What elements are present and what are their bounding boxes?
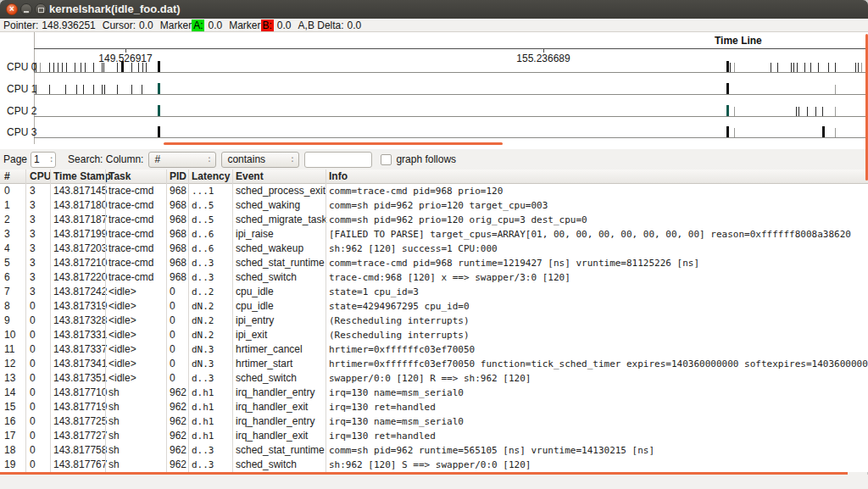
table-cell: <idle> xyxy=(108,314,136,326)
table-row[interactable]: 03143.817145trace-cmd968...1sched_proces… xyxy=(0,184,868,198)
table-cell: sh xyxy=(108,386,120,398)
table-row[interactable]: 160143.817725sh962d.h1irq_handler_entryi… xyxy=(0,414,868,429)
event-tick xyxy=(797,63,798,72)
spinner-icon[interactable]: ∶ xyxy=(50,155,53,164)
table-row[interactable]: 63143.817220trace-cmd968d..3sched_switch… xyxy=(0,270,868,285)
event-tick xyxy=(142,85,142,94)
table-cell: 14 xyxy=(4,386,15,398)
cpu1-label: CPU 1 xyxy=(7,83,36,95)
table-cell: d..3 xyxy=(192,445,214,456)
table-row[interactable]: 23143.817187trace-cmd968d..5sched_migrat… xyxy=(0,213,868,227)
combo-arrow-icon: ∶ xyxy=(292,155,294,164)
graph-horizontal-scrollbar[interactable] xyxy=(164,142,503,145)
event-tick xyxy=(103,63,104,72)
kernelshark-window: × kernelshark(idle_foo.dat) Pointer: 148… xyxy=(0,0,868,489)
event-tick xyxy=(730,63,731,72)
table-cell: 143.817199 xyxy=(53,228,107,240)
table-row[interactable]: 53143.817210trace-cmd968d..3sched_stat_r… xyxy=(0,256,868,270)
table-row[interactable]: 180143.817758sh962d..3sched_stat_runtime… xyxy=(0,443,868,458)
page-spinbox[interactable]: 1 ∶ xyxy=(31,152,56,168)
cpu3-track[interactable] xyxy=(0,125,868,138)
table-cell: 143.817180 xyxy=(53,199,107,211)
table-header[interactable]: # CPU Time Stamp Task PID Latency Event … xyxy=(0,169,868,184)
table-cell: <idle> xyxy=(108,286,136,297)
event-tick xyxy=(804,63,805,72)
column-select[interactable]: # ∶ xyxy=(148,152,216,168)
table-row[interactable]: 43143.817203trace-cmd968d..6sched_wakeup… xyxy=(0,242,868,256)
cursor-label: Cursor: xyxy=(103,19,136,31)
col-header-info[interactable]: Info xyxy=(329,170,348,182)
table-cell: 0 xyxy=(170,314,175,326)
table-cell: <idle> xyxy=(108,372,136,384)
event-tick xyxy=(858,63,859,72)
table-row[interactable]: 130143.817351<idle>0d..3sched_switchswap… xyxy=(0,371,868,386)
minimize-icon xyxy=(24,11,29,13)
minimize-button[interactable] xyxy=(20,3,32,15)
table-row[interactable]: 170143.817727sh962d.h1irq_handler_exitir… xyxy=(0,429,868,443)
match-select[interactable]: contains ∶ xyxy=(221,152,299,168)
table-cell: hrtimer=0xffffffc03ef70050 xyxy=(329,344,475,355)
col-header-num[interactable]: # xyxy=(4,170,10,182)
table-cell: 6 xyxy=(4,271,10,283)
table-cell: 962 xyxy=(170,401,186,413)
table-cell: sched_wakeup xyxy=(236,242,303,254)
table-cell: 0 xyxy=(170,358,175,370)
maximize-button[interactable] xyxy=(35,3,47,15)
table-cell: 0 xyxy=(170,372,175,384)
title-bar[interactable]: × kernelshark(idle_foo.dat) xyxy=(0,0,868,19)
table-cell: hrtimer=0xffffffc03ef70050 function=tick… xyxy=(329,358,868,370)
table-cell: comm=trace-cmd pid=968 prio=120 xyxy=(329,186,503,197)
event-tick xyxy=(822,107,823,116)
col-header-event[interactable]: Event xyxy=(236,170,264,182)
event-table[interactable]: 03143.817145trace-cmd968...1sched_proces… xyxy=(0,184,868,472)
table-row[interactable]: 110143.817337<idle>0dN.3hrtimer_cancelhr… xyxy=(0,342,868,357)
table-cell: irq_handler_exit xyxy=(236,430,308,442)
table-cell: trace-cmd:968 [120] x ==> swapper/3:0 [1… xyxy=(329,272,570,283)
table-cell: irq_handler_exit xyxy=(236,401,308,413)
table-row[interactable]: 90143.817328<idle>0dN.2ipi_entry(Resched… xyxy=(0,314,868,328)
col-header-latency[interactable]: Latency xyxy=(192,170,230,182)
table-cell: 143.817145 xyxy=(53,185,107,197)
table-row[interactable]: 120143.817341<idle>0dN.3hrtimer_starthrt… xyxy=(0,357,868,371)
table-cell: hrtimer_cancel xyxy=(236,343,303,355)
table-row[interactable]: 140143.817710sh962d.h1irq_handler_entryi… xyxy=(0,386,868,400)
search-input[interactable] xyxy=(304,152,372,168)
cpu2-track[interactable] xyxy=(0,104,868,117)
table-cell: 143.817328 xyxy=(53,314,107,326)
table-cell: sched_switch xyxy=(236,458,297,470)
event-tick xyxy=(835,63,836,72)
col-header-timestamp[interactable]: Time Stamp xyxy=(53,170,111,182)
table-cell: irq=130 name=msm_serial0 xyxy=(329,416,464,427)
table-cell: 0 xyxy=(30,444,36,456)
col-header-cpu[interactable]: CPU xyxy=(30,170,51,182)
cpu0-track[interactable] xyxy=(0,60,868,73)
cpu3-baseline xyxy=(34,137,868,138)
table-row[interactable]: 190143.817767sh962d..3sched_switchsh:962… xyxy=(0,458,868,472)
table-row[interactable]: 80143.817319<idle>0dN.2cpu_idlestate=429… xyxy=(0,299,868,314)
table-cell: dN.3 xyxy=(192,358,214,370)
table-cell: sh xyxy=(108,401,120,413)
table-cell: 968 xyxy=(170,228,186,240)
table-row[interactable]: 73143.817242<idle>0d..2cpu_idlestate=1 c… xyxy=(0,285,868,299)
table-cell: sched_process_exit xyxy=(236,185,326,197)
cpu1-track[interactable] xyxy=(0,82,868,95)
table-cell: 0 xyxy=(30,358,36,370)
table-cell: 968 xyxy=(170,257,186,269)
table-cell: 0 xyxy=(30,458,36,470)
table-cell: <idle> xyxy=(108,358,136,370)
table-row[interactable]: 33143.817199trace-cmd968d..6ipi_raise[FA… xyxy=(0,227,868,242)
event-tick xyxy=(861,63,862,72)
close-button[interactable]: × xyxy=(6,3,18,15)
col-header-task[interactable]: Task xyxy=(108,170,131,182)
graph-follows-checkbox[interactable] xyxy=(381,154,392,165)
col-header-pid[interactable]: PID xyxy=(170,170,186,182)
table-cell: <idle> xyxy=(108,300,136,312)
table-cell: sched_migrate_task xyxy=(236,214,326,225)
event-tick xyxy=(158,105,160,116)
table-row[interactable]: 13143.817180trace-cmd968d..5sched_waking… xyxy=(0,198,868,213)
table-row[interactable]: 100143.817331<idle>0dN.2ipi_exit(Resched… xyxy=(0,328,868,342)
table-cell: 143.817220 xyxy=(53,271,107,283)
page-label: Page xyxy=(3,153,27,165)
graph-canvas[interactable]: Time Line 149.526917 155.236689 CPU 0 CP… xyxy=(0,32,868,149)
table-row[interactable]: 150143.817719sh962d.h1irq_handler_exitir… xyxy=(0,400,868,414)
